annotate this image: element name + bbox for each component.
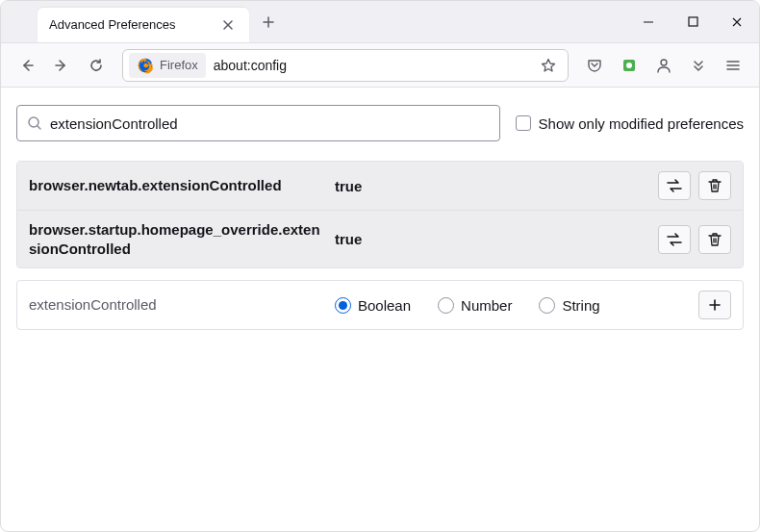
identity-label: Firefox	[160, 58, 198, 72]
show-modified-checkbox[interactable]: Show only modified preferences	[516, 115, 744, 132]
pref-row[interactable]: browser.startup.homepage_override.extens…	[17, 211, 743, 267]
firefox-icon	[137, 57, 154, 74]
delete-button[interactable]	[698, 171, 731, 200]
minimize-icon	[643, 16, 654, 28]
radio-label: Number	[461, 297, 512, 314]
pref-name: browser.newtab.extensionControlled	[29, 176, 327, 195]
pocket-button[interactable]	[578, 49, 611, 82]
account-button[interactable]	[647, 49, 680, 82]
trash-icon	[708, 178, 722, 193]
delete-button[interactable]	[698, 225, 731, 254]
radio-icon	[335, 297, 351, 314]
search-icon	[27, 115, 42, 131]
toggle-button[interactable]	[658, 171, 691, 200]
radio-number[interactable]: Number	[438, 297, 512, 314]
star-icon	[541, 58, 556, 73]
reload-icon	[89, 58, 104, 73]
config-content: Show only modified preferences browser.n…	[1, 88, 759, 347]
back-button[interactable]	[11, 49, 43, 82]
chevron-double-icon	[691, 58, 706, 73]
radio-label: Boolean	[358, 297, 411, 314]
titlebar: Advanced Preferences	[1, 1, 759, 43]
pocket-icon	[587, 58, 602, 73]
menu-button[interactable]	[717, 49, 749, 82]
search-row: Show only modified preferences	[16, 105, 744, 141]
bookmark-button[interactable]	[535, 52, 562, 79]
pref-name: browser.startup.homepage_override.extens…	[29, 220, 327, 258]
extension-button[interactable]	[613, 49, 646, 82]
search-box[interactable]	[16, 105, 500, 141]
new-tab-button[interactable]	[255, 9, 282, 36]
extension-icon	[621, 58, 637, 73]
url-bar[interactable]: Firefox about:config	[122, 49, 569, 82]
radio-icon	[438, 297, 454, 314]
checkbox-icon	[516, 115, 531, 131]
new-pref-name: extensionControlled	[29, 295, 327, 315]
identity-box[interactable]: Firefox	[129, 53, 206, 78]
search-input[interactable]	[50, 115, 490, 132]
pref-value: true	[327, 231, 658, 247]
svg-point-3	[626, 63, 632, 68]
close-tab-button[interactable]	[218, 15, 238, 35]
svg-rect-0	[689, 17, 697, 26]
window-controls	[626, 1, 759, 43]
browser-tab[interactable]: Advanced Preferences	[38, 8, 249, 42]
maximize-button[interactable]	[671, 1, 715, 43]
tab-title: Advanced Preferences	[49, 17, 218, 32]
arrow-right-icon	[54, 58, 69, 73]
plus-icon	[708, 298, 722, 312]
maximize-icon	[688, 16, 698, 27]
minimize-button[interactable]	[626, 1, 671, 43]
pref-actions	[658, 171, 731, 200]
forward-button[interactable]	[45, 49, 78, 82]
type-radio-group: Boolean Number String	[327, 297, 698, 314]
reload-button[interactable]	[80, 49, 113, 82]
url-text[interactable]: about:config	[206, 58, 535, 73]
pref-actions	[698, 291, 731, 319]
overflow-button[interactable]	[682, 49, 715, 82]
toggle-icon	[666, 179, 683, 192]
radio-string[interactable]: String	[539, 297, 599, 314]
account-icon	[655, 57, 672, 74]
radio-icon	[539, 297, 555, 314]
svg-point-4	[661, 60, 667, 65]
arrow-left-icon	[19, 58, 35, 73]
plus-icon	[262, 15, 275, 29]
new-pref-row: extensionControlled Boolean Number Strin…	[16, 280, 744, 330]
pref-actions	[658, 225, 731, 254]
hamburger-icon	[725, 58, 741, 73]
preferences-list: browser.newtab.extensionControlled true …	[16, 161, 744, 268]
add-button[interactable]	[698, 291, 731, 319]
close-icon	[731, 16, 743, 28]
pref-row[interactable]: browser.newtab.extensionControlled true	[17, 162, 743, 211]
pref-value: true	[327, 178, 658, 194]
trash-icon	[708, 232, 722, 247]
radio-boolean[interactable]: Boolean	[335, 297, 411, 314]
toggle-icon	[666, 233, 683, 246]
radio-label: String	[562, 297, 599, 314]
navigation-toolbar: Firefox about:config	[1, 43, 759, 88]
toggle-button[interactable]	[658, 225, 691, 254]
close-icon	[222, 19, 234, 31]
checkbox-label: Show only modified preferences	[539, 115, 744, 132]
close-window-button[interactable]	[715, 1, 759, 43]
pref-row: extensionControlled Boolean Number Strin…	[17, 281, 743, 329]
